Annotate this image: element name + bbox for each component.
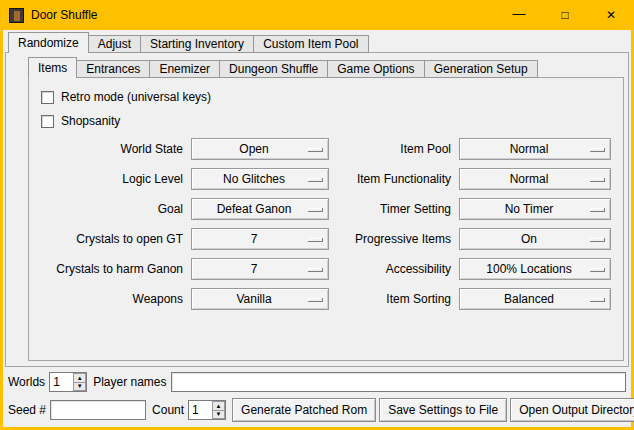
checkbox-icon[interactable] — [41, 91, 54, 104]
seed-input[interactable] — [50, 400, 146, 420]
tab-dungeon-shuffle[interactable]: Dungeon Shuffle — [219, 60, 328, 78]
dropdown-indicator-icon — [308, 238, 323, 242]
option-row: Goal Defeat Ganon Timer Setting No Timer — [35, 194, 619, 224]
spin-down-icon[interactable]: ▼ — [212, 411, 225, 420]
player-names-input[interactable] — [171, 372, 627, 392]
logic-level-dropdown[interactable]: No Glitches — [191, 168, 329, 190]
options-grid: World State Open Item Pool Normal Logic … — [35, 134, 619, 314]
option-label: Logic Level — [35, 172, 183, 186]
dropdown-indicator-icon — [308, 178, 323, 182]
option-row: Weapons Vanilla Item Sorting Balanced — [35, 284, 619, 314]
minimize-button[interactable]: — — [496, 0, 542, 30]
option-label: Goal — [35, 202, 183, 216]
items-pane: Retro mode (universal keys) Shopsanity W… — [28, 77, 624, 361]
shopsanity-checkbox[interactable]: Shopsanity — [41, 112, 120, 130]
option-label: Item Sorting — [335, 292, 451, 306]
app-window: Door Shuffle — □ ✕ Randomize Adjust Star… — [0, 0, 634, 430]
randomize-pane: Items Entrances Enemizer Dungeon Shuffle… — [5, 52, 629, 367]
crystals-ganon-dropdown[interactable]: 7 — [191, 258, 329, 280]
option-label: Crystals to open GT — [35, 232, 183, 246]
window-controls: — □ ✕ — [496, 0, 634, 30]
item-sorting-dropdown[interactable]: Balanced — [459, 288, 611, 310]
titlebar[interactable]: Door Shuffle — □ ✕ — [0, 0, 634, 30]
app-icon[interactable] — [9, 8, 24, 23]
goal-dropdown[interactable]: Defeat Ganon — [191, 198, 329, 220]
dropdown-indicator-icon — [590, 238, 605, 242]
player-names-label: Player names — [93, 375, 166, 389]
option-row: World State Open Item Pool Normal — [35, 134, 619, 164]
dropdown-indicator-icon — [308, 148, 323, 152]
checkbox-label: Shopsanity — [61, 114, 120, 128]
dropdown-indicator-icon — [590, 208, 605, 212]
dropdown-indicator-icon — [590, 268, 605, 272]
accessibility-dropdown[interactable]: 100% Locations — [459, 258, 611, 280]
spin-up-icon[interactable]: ▲ — [212, 401, 225, 411]
option-label: Item Pool — [335, 142, 451, 156]
inner-tab-bar: Items Entrances Enemizer Dungeon Shuffle… — [28, 57, 538, 78]
count-label: Count — [152, 403, 184, 417]
window-body: Randomize Adjust Starting Inventory Cust… — [3, 30, 631, 427]
world-state-dropdown[interactable]: Open — [191, 138, 329, 160]
option-label: World State — [35, 142, 183, 156]
option-label: Timer Setting — [335, 202, 451, 216]
maximize-button[interactable]: □ — [542, 0, 588, 30]
option-row: Crystals to harm Ganon 7 Accessibility 1… — [35, 254, 619, 284]
dropdown-indicator-icon — [308, 268, 323, 272]
tab-adjust[interactable]: Adjust — [88, 35, 141, 53]
progressive-items-dropdown[interactable]: On — [459, 228, 611, 250]
spinner-buttons: ▲ ▼ — [73, 373, 86, 391]
worlds-label: Worlds — [8, 375, 45, 389]
option-label: Accessibility — [335, 262, 451, 276]
dropdown-indicator-icon — [590, 148, 605, 152]
option-label: Crystals to harm Ganon — [35, 262, 183, 276]
spinner-buttons: ▲ ▼ — [212, 401, 225, 419]
tab-starting-inventory[interactable]: Starting Inventory — [140, 35, 254, 53]
item-pool-dropdown[interactable]: Normal — [459, 138, 611, 160]
tab-custom-item-pool[interactable]: Custom Item Pool — [253, 35, 368, 53]
option-label: Item Functionality — [335, 172, 451, 186]
timer-setting-dropdown[interactable]: No Timer — [459, 198, 611, 220]
checkbox-label: Retro mode (universal keys) — [61, 90, 211, 104]
dropdown-indicator-icon — [590, 298, 605, 302]
checkbox-icon[interactable] — [41, 115, 54, 128]
outer-tab-bar: Randomize Adjust Starting Inventory Cust… — [8, 32, 369, 53]
tab-entrances[interactable]: Entrances — [76, 60, 150, 78]
option-label: Progressive Items — [335, 232, 451, 246]
dropdown-indicator-icon — [308, 208, 323, 212]
close-button[interactable]: ✕ — [588, 0, 634, 30]
multiworld-row: Worlds ▲ ▼ Player names — [8, 371, 626, 393]
count-input[interactable] — [189, 401, 212, 419]
item-functionality-dropdown[interactable]: Normal — [459, 168, 611, 190]
option-row: Logic Level No Glitches Item Functionali… — [35, 164, 619, 194]
generate-row: Seed # Count ▲ ▼ Generate Patched Rom Sa… — [8, 398, 626, 422]
spin-down-icon[interactable]: ▼ — [73, 383, 86, 392]
worlds-input[interactable] — [50, 373, 73, 391]
dropdown-indicator-icon — [308, 298, 323, 302]
retro-mode-checkbox[interactable]: Retro mode (universal keys) — [41, 88, 211, 106]
option-row: Crystals to open GT 7 Progressive Items … — [35, 224, 619, 254]
option-label: Weapons — [35, 292, 183, 306]
save-settings-button[interactable]: Save Settings to File — [379, 398, 507, 422]
count-stepper[interactable]: ▲ ▼ — [188, 400, 226, 420]
seed-label: Seed # — [8, 403, 46, 417]
open-output-directory-button[interactable]: Open Output Directory — [510, 398, 634, 422]
tab-enemizer[interactable]: Enemizer — [149, 60, 220, 78]
weapons-dropdown[interactable]: Vanilla — [191, 288, 329, 310]
crystals-gt-dropdown[interactable]: 7 — [191, 228, 329, 250]
tab-generation-setup[interactable]: Generation Setup — [424, 60, 538, 78]
dropdown-indicator-icon — [590, 178, 605, 182]
tab-randomize[interactable]: Randomize — [8, 32, 89, 53]
generate-rom-button[interactable]: Generate Patched Rom — [232, 398, 376, 422]
spin-up-icon[interactable]: ▲ — [73, 373, 86, 383]
tab-game-options[interactable]: Game Options — [327, 60, 424, 78]
window-title: Door Shuffle — [31, 8, 98, 22]
worlds-stepper[interactable]: ▲ ▼ — [49, 372, 87, 392]
tab-items[interactable]: Items — [28, 57, 77, 78]
